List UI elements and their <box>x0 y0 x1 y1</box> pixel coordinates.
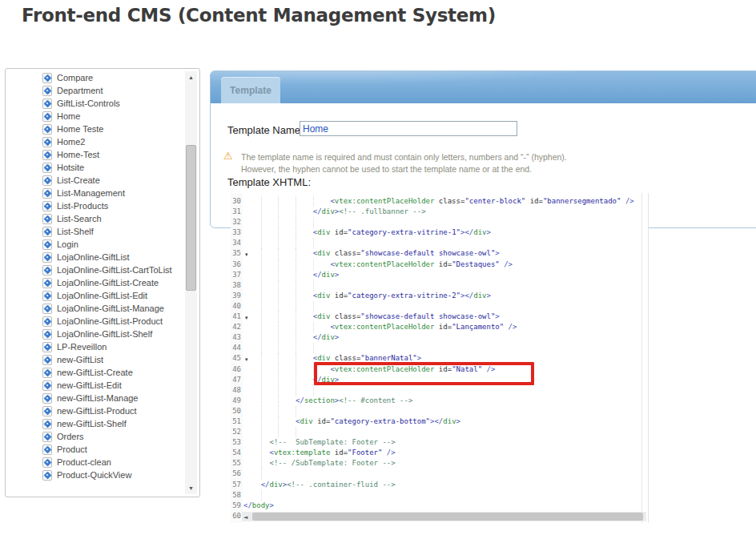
code-line-42: 42<vtex:contentPlaceHolder id="Lançament… <box>231 322 648 332</box>
tree-item-label: List-Shelf <box>57 227 94 236</box>
template-file-icon <box>42 278 52 288</box>
template-file-icon <box>42 150 52 160</box>
template-file-icon <box>42 227 52 237</box>
line-number: 50 <box>231 406 241 416</box>
template-file-icon <box>42 457 52 468</box>
code-line-57: 57</div><!-- .container-fluid --> <box>231 480 648 490</box>
code-text: </div> <box>313 332 340 343</box>
line-number: 40 <box>231 301 241 312</box>
tree-item-label: new-GiftList-Edit <box>57 380 122 390</box>
tree-item-department[interactable]: Department <box>6 84 182 97</box>
tree-item-product-clean[interactable]: Product-clean <box>6 456 182 469</box>
tree-item-home teste[interactable]: Home Teste <box>6 123 182 135</box>
indent-guide <box>313 217 314 227</box>
template-file-icon <box>42 214 52 224</box>
tree-item-lojaonline-giftlist-edit[interactable]: LojaOnline-GiftList-Edit <box>6 289 182 302</box>
indent-guide <box>278 248 279 259</box>
scroll-up-icon[interactable]: ▲ <box>185 72 197 82</box>
tree-item-list-shelf[interactable]: List-Shelf <box>6 225 182 238</box>
template-file-icon <box>42 342 52 352</box>
tree-item-list-products[interactable]: List-Products <box>6 199 182 212</box>
tree-item-new-giftlist-shelf[interactable]: new-GiftList-Shelf <box>6 417 182 430</box>
tree-item-new-giftlist-create[interactable]: new-GiftList-Create <box>6 366 182 379</box>
indent-guide <box>296 343 296 353</box>
indent-guide <box>296 375 296 385</box>
template-file-icon <box>42 175 52 186</box>
tree-item-new-giftlist-product[interactable]: new-GiftList-Product <box>6 404 182 417</box>
tree-item-lp-reveillon[interactable]: LP-Reveillon <box>6 340 182 353</box>
tree-item-list-create[interactable]: List-Create <box>6 174 182 187</box>
warning-icon: ⚠ <box>223 150 233 162</box>
indent-guide <box>261 259 262 270</box>
tree-item-giftlist-controls[interactable]: GiftList-Controls <box>6 97 182 110</box>
line-number: 51 <box>231 416 241 427</box>
indent-guide <box>278 238 279 248</box>
tree-item-list-search[interactable]: List-Search <box>6 212 182 225</box>
template-file-icon <box>42 470 52 481</box>
tree-item-lojaonline-giftlist[interactable]: LojaOnline-GiftList <box>6 251 182 263</box>
tree-item-lojaonline-giftlist-carttolist[interactable]: LojaOnline-GiftList-CartToList <box>6 263 182 276</box>
tree-item-hotsite[interactable]: Hotsite <box>6 161 182 174</box>
tree-item-label: Product-QuickView <box>57 470 131 480</box>
tree-item-home-test[interactable]: Home-Test <box>6 148 182 161</box>
tree-item-compare[interactable]: Compare <box>6 71 182 84</box>
hscrollbar-thumb[interactable] <box>252 513 643 521</box>
indent-guide <box>261 238 262 248</box>
tree-item-lojaonline-giftlist-manage[interactable]: LojaOnline-GiftList-Manage <box>6 302 182 315</box>
code-line-37: 37</div> <box>231 270 648 280</box>
indent-guide <box>261 332 262 343</box>
line-number: 31 <box>231 207 241 217</box>
code-line-38: 38 <box>231 280 648 291</box>
tree-item-lojaonline-giftlist-shelf[interactable]: LojaOnline-GiftList-Shelf <box>6 328 182 340</box>
code-line-39: 39<div id="category-extra-vitrine-2"></d… <box>231 291 648 301</box>
template-file-icon <box>42 380 52 391</box>
code-text: <div id="category-extra-vitrine-2"></div… <box>313 291 491 301</box>
indent-guide <box>313 322 314 332</box>
tree-item-new-giftlist-manage[interactable]: new-GiftList-Manage <box>6 392 182 404</box>
indent-guide <box>261 469 262 479</box>
tree-item-lojaonline-giftlist-product[interactable]: LojaOnline-GiftList-Product <box>6 315 182 328</box>
code-text: </section><!-- #content --> <box>296 396 412 406</box>
line-number: 35 <box>231 248 241 259</box>
scroll-down-icon[interactable]: ▼ <box>185 483 197 493</box>
tree-scrollbar[interactable]: ▲ ▼ <box>185 71 197 494</box>
code-line-60: 60◄ <box>231 511 648 521</box>
indent-guide <box>296 280 296 291</box>
tree-item-label: new-GiftList <box>57 355 103 364</box>
line-number: 53 <box>231 437 241 448</box>
xhtml-code-editor[interactable]: 30<vtex:contentPlaceHolder class="center… <box>231 193 649 523</box>
template-tree-list: CompareDepartmentGiftList-ControlsHomeHo… <box>6 71 182 481</box>
indent-guide <box>261 343 262 353</box>
tree-item-orders[interactable]: Orders <box>6 430 182 443</box>
tree-item-new-giftlist[interactable]: new-GiftList <box>6 353 182 366</box>
tab-template[interactable]: Template <box>221 77 280 103</box>
scrollbar-thumb[interactable] <box>186 145 196 291</box>
code-line-58: 58 <box>231 490 648 501</box>
indent-guide <box>261 490 262 501</box>
code-line-30: 30<vtex:contentPlaceHolder class="center… <box>231 196 648 207</box>
tree-item-label: Home2 <box>57 137 85 147</box>
tree-item-product-quickview[interactable]: Product-QuickView <box>6 469 182 481</box>
template-name-input[interactable] <box>300 121 517 136</box>
code-text: <vtex:contentPlaceHolder id="Destaques" … <box>330 259 513 270</box>
line-number: 55 <box>231 458 241 469</box>
highlight-box <box>314 362 534 385</box>
indent-guide <box>261 458 262 469</box>
code-line-35: 35▾<div class="showcase-default showcase… <box>231 248 648 259</box>
tree-item-product[interactable]: Product <box>6 443 182 456</box>
tree-item-new-giftlist-edit[interactable]: new-GiftList-Edit <box>6 379 182 392</box>
hscroll-left-icon[interactable]: ◄ <box>243 513 247 523</box>
tree-item-home2[interactable]: Home2 <box>6 135 182 148</box>
indent-guide <box>278 364 279 375</box>
code-text: </div><!-- .container-fluid --> <box>261 480 396 490</box>
template-file-icon <box>42 368 52 378</box>
tree-item-login[interactable]: Login <box>6 238 182 251</box>
template-file-icon <box>42 201 52 211</box>
indent-guide <box>261 353 262 364</box>
tree-item-list-management[interactable]: List-Management <box>6 187 182 199</box>
line-number: 34 <box>231 238 241 248</box>
indent-guide <box>261 196 262 207</box>
tree-item-lojaonline-giftlist-create[interactable]: LojaOnline-GiftList-Create <box>6 276 182 289</box>
indent-guide <box>278 406 279 416</box>
tree-item-home[interactable]: Home <box>6 110 182 123</box>
